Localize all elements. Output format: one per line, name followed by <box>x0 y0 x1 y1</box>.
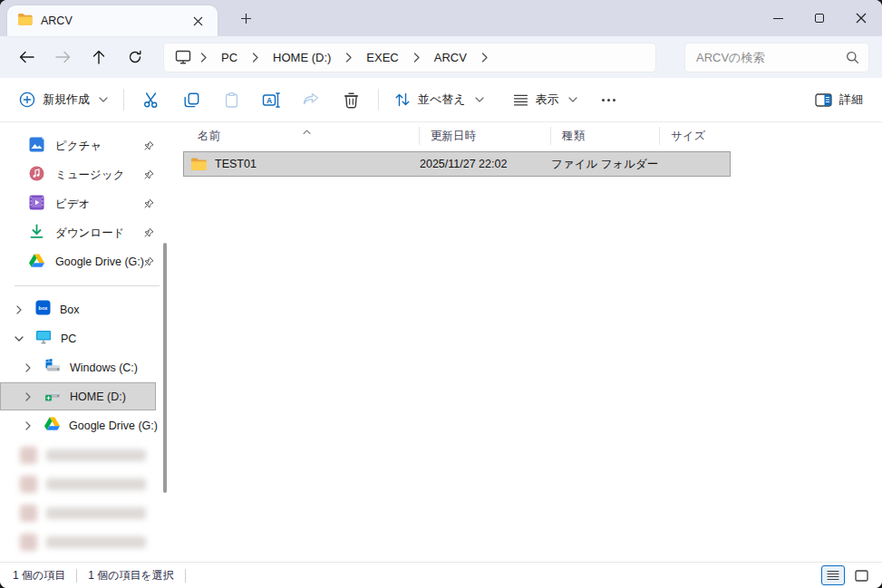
sidebar-scrollbar[interactable] <box>163 243 167 493</box>
share-button[interactable] <box>291 83 331 116</box>
details-view-button[interactable] <box>821 565 845 585</box>
sidebar-item-label: PC <box>61 333 76 345</box>
sidebar-item-pc[interactable]: PC <box>0 324 176 352</box>
minimize-button[interactable] <box>757 0 799 36</box>
chevron-right-icon[interactable] <box>21 392 35 401</box>
pc-icon <box>35 330 52 348</box>
refresh-button[interactable] <box>118 42 152 72</box>
file-type: ファイル フォルダー <box>551 157 696 172</box>
maximize-button[interactable] <box>799 0 840 36</box>
more-options-button[interactable] <box>593 83 625 116</box>
ellipsis-icon <box>602 99 615 101</box>
large-icons-view-button[interactable] <box>849 565 873 585</box>
navigation-pane: ピクチャ ミュージック ビデオ <box>0 122 176 562</box>
sort-ascending-icon <box>303 121 311 138</box>
arrow-right-icon <box>55 51 71 63</box>
sidebar-item-label: ビデオ <box>55 197 90 212</box>
chevron-right-icon[interactable] <box>21 421 35 430</box>
sidebar-item-videos[interactable]: ビデオ <box>0 189 176 218</box>
close-icon <box>856 13 867 24</box>
sidebar-item-box[interactable]: box Box <box>0 295 176 323</box>
sidebar-item-downloads[interactable]: ダウンロード <box>0 218 176 247</box>
sort-button[interactable]: 並べ替え <box>386 83 492 116</box>
tab-title: ARCV <box>41 14 179 27</box>
paste-button[interactable] <box>211 83 251 116</box>
sidebar-item-pictures[interactable]: ピクチャ <box>0 131 176 160</box>
redacted-sidebar-item[interactable] <box>20 499 176 526</box>
redacted-sidebar-item[interactable] <box>20 528 176 555</box>
sidebar-item-label: Google Drive (G:) <box>55 255 144 268</box>
large-icons-view-icon <box>855 570 868 582</box>
redacted-sidebar-item[interactable] <box>20 441 176 468</box>
view-button[interactable]: 表示 <box>505 83 586 116</box>
sidebar-item-google-drive-g[interactable]: Google Drive (G:) <box>0 411 176 439</box>
search-box[interactable] <box>684 43 869 72</box>
back-button[interactable] <box>9 42 44 72</box>
statusbar-divider <box>76 569 77 583</box>
google-drive-icon <box>29 254 44 271</box>
details-pane-label: 詳細 <box>839 92 863 108</box>
toolbar-divider <box>378 89 379 111</box>
copy-button[interactable] <box>171 83 211 116</box>
pin-icon <box>143 139 154 155</box>
chevron-right-icon <box>410 53 423 63</box>
chevron-down-icon <box>475 97 484 102</box>
breadcrumb-item-exec[interactable]: EXEC <box>359 47 405 68</box>
redacted-sidebar-item[interactable] <box>20 470 176 497</box>
file-list-pane: 名前 更新日時 種類 サイズ TEST01 2025/11/27 22:02 フ… <box>176 122 882 562</box>
up-button[interactable] <box>82 42 116 72</box>
sidebar-item-label: Box <box>60 304 80 316</box>
delete-button[interactable] <box>331 83 371 116</box>
trash-icon <box>344 92 359 109</box>
chevron-right-icon <box>197 53 210 63</box>
folder-icon <box>17 13 33 29</box>
chevron-right-icon <box>478 53 491 63</box>
sort-label: 並べ替え <box>418 92 466 108</box>
sidebar-item-google-drive[interactable]: Google Drive (G:) <box>0 247 176 276</box>
pictures-icon <box>29 137 44 156</box>
column-header-modified[interactable]: 更新日時 <box>419 127 550 145</box>
details-pane-button[interactable]: 詳細 <box>807 83 871 116</box>
explorer-tab[interactable]: ARCV <box>7 5 218 36</box>
column-header-type[interactable]: 種類 <box>550 127 659 145</box>
cut-button[interactable] <box>131 83 171 116</box>
sidebar-item-music[interactable]: ミュージック <box>0 160 176 189</box>
folder-icon <box>190 157 208 171</box>
status-bar: 1 個の項目 1 個の項目を選択 <box>0 562 882 588</box>
close-tab-icon[interactable] <box>187 10 208 32</box>
search-input[interactable] <box>696 51 846 64</box>
forward-button[interactable] <box>45 42 80 72</box>
chevron-down-icon <box>99 97 108 102</box>
chevron-right-icon[interactable] <box>12 305 26 314</box>
explorer-body: ピクチャ ミュージック ビデオ <box>0 122 882 562</box>
sidebar-item-label: Windows (C:) <box>70 361 138 374</box>
google-drive-icon <box>44 417 60 434</box>
clipboard-icon <box>223 92 240 109</box>
new-item-button[interactable]: 新規作成 <box>11 83 116 116</box>
search-icon[interactable] <box>846 51 859 64</box>
arrow-left-icon <box>19 51 34 63</box>
plus-circle-icon <box>19 92 35 108</box>
chevron-right-icon[interactable] <box>21 363 35 372</box>
chevron-down-icon[interactable] <box>12 336 26 342</box>
rename-button[interactable]: A <box>251 83 291 116</box>
file-explorer-window: ARCV <box>0 0 882 588</box>
sidebar-item-label: Google Drive (G:) <box>69 419 158 432</box>
svg-text:box: box <box>39 305 49 311</box>
sidebar-item-label: ミュージック <box>55 168 124 183</box>
sidebar-item-windows-c[interactable]: Windows (C:) <box>0 353 176 381</box>
downloads-icon <box>29 224 44 243</box>
sidebar-item-home-d[interactable]: HOME (D:) <box>0 382 156 410</box>
close-button[interactable] <box>840 0 882 36</box>
breadcrumb-item-arcv[interactable]: ARCV <box>427 47 474 68</box>
column-header-size[interactable]: サイズ <box>659 127 732 145</box>
rename-icon: A <box>262 92 281 109</box>
file-row-test01[interactable]: TEST01 2025/11/27 22:02 ファイル フォルダー <box>183 151 731 177</box>
new-tab-button[interactable] <box>232 6 259 30</box>
breadcrumb-item-pc[interactable]: PC <box>214 47 245 68</box>
breadcrumb-item-home-d[interactable]: HOME (D:) <box>266 47 338 68</box>
address-bar[interactable]: PC HOME (D:) EXEC ARCV <box>163 43 656 72</box>
minimize-icon <box>773 18 783 19</box>
item-count: 1 個の項目 <box>13 568 65 583</box>
window-controls <box>757 0 882 36</box>
